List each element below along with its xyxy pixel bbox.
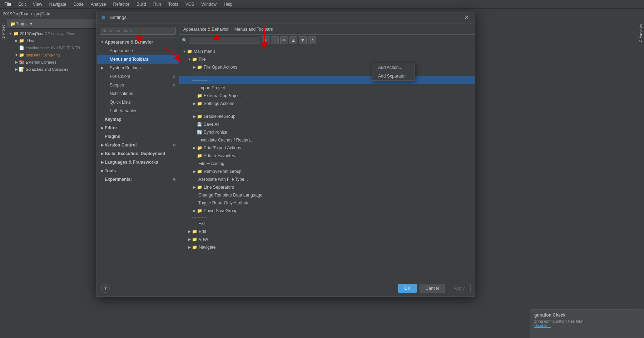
menu-navigate[interactable]: Navigate <box>48 1 68 8</box>
menu-code[interactable]: Code <box>72 1 85 8</box>
menu-vcs[interactable]: VCS <box>184 1 196 8</box>
tree-item-libraries[interactable]: ▶ 📚 External Libraries <box>7 59 107 66</box>
popup-add-separator[interactable]: Add Separator <box>372 72 415 80</box>
tree-item-catalina[interactable]: 📄 catalina.base_IS_UNDEFINED <box>7 44 107 51</box>
gear-icon: ⚙ <box>173 143 176 147</box>
edit-button[interactable]: ✏ <box>280 36 288 44</box>
ctree-add-to-favorites[interactable]: 📁 Add to Favorites <box>179 152 475 160</box>
ctree-import-project[interactable]: Import Project <box>179 84 475 92</box>
ctree-separator: ----------- <box>179 71 475 76</box>
tree-item-root[interactable]: ▼ 📁 2019GmjTour C:\Users\pym\Desk... <box>7 30 107 37</box>
project-panel-header[interactable]: 📁 Project ▾ <box>7 19 107 29</box>
ctree-synchronize[interactable]: 🔄 Synchronize <box>179 128 475 136</box>
stree-item-vcs[interactable]: ▶ Version Control ⚙ <box>97 141 179 149</box>
ctree-associate-file-type[interactable]: Associate with File Type... <box>179 175 475 183</box>
side-tab-favorites[interactable]: 2: Favorites <box>638 21 643 45</box>
menu-file[interactable]: File <box>3 1 13 8</box>
expand-icon: ▶ <box>187 230 192 233</box>
folder-icon: 📁 <box>10 21 15 26</box>
save-icon: 💾 <box>197 122 202 127</box>
cancel-button[interactable]: Cancel <box>420 284 445 293</box>
ctree-label: Navigate <box>199 245 216 250</box>
ctree-file-encoding[interactable]: File Encoding <box>179 160 475 168</box>
ctree-main-menu[interactable]: ▼ 📁 Main menu <box>179 48 475 55</box>
dialog-close-button[interactable]: ✕ <box>462 13 471 22</box>
stree-item-build[interactable]: ▶ Build, Execution, Deployment <box>97 149 179 158</box>
ctree-label: PowerSaveGroup <box>204 208 238 213</box>
ok-button[interactable]: OK <box>398 284 416 293</box>
ctree-exit[interactable]: Exit <box>179 220 475 228</box>
ctree-power-save[interactable]: ▶ 📁 PowerSaveGroup <box>179 207 475 215</box>
stree-item-plugins[interactable]: Plugins <box>97 132 179 141</box>
tree-arrow: ▶ <box>14 39 19 43</box>
ctree-label: Add to Favorites <box>204 153 235 158</box>
apply-button[interactable]: Apply <box>448 284 471 293</box>
stree-item-languages[interactable]: ▶ Languages & Frameworks <box>97 158 179 166</box>
tree-item-idea[interactable]: ▶ 📁 .idea <box>7 37 107 44</box>
side-tab-project[interactable]: 1: Project <box>1 21 6 41</box>
ctree-save-all[interactable]: 💾 Save All <box>179 120 475 128</box>
notification-disable-link[interactable]: Disable... <box>534 323 639 328</box>
stree-item-path-variables[interactable]: Path Variables <box>97 106 179 115</box>
menu-window[interactable]: Window <box>200 1 218 8</box>
ctree-navigate[interactable]: ▶ 📁 Navigate <box>179 243 475 251</box>
move-down-button[interactable]: ▼ <box>299 36 307 44</box>
stree-item-appearance[interactable]: Appearance <box>97 46 179 55</box>
ctree-separator-selected[interactable]: ----------- <box>179 76 475 84</box>
reset-button[interactable]: ↺ <box>308 36 316 44</box>
side-tabs-left: 1: Project <box>0 19 7 338</box>
ctree-change-template[interactable]: Change Template Data Language <box>179 191 475 199</box>
stree-item-appearance-behavior[interactable]: ▼ Appearance & Behavior <box>97 38 179 46</box>
menu-analyze[interactable]: Analyze <box>89 1 108 8</box>
add-button[interactable]: + <box>262 36 269 44</box>
stree-item-experimental[interactable]: Experimental ⚙ <box>97 175 179 184</box>
settings-search-input[interactable] <box>100 27 176 35</box>
stree-item-editor[interactable]: ▶ Editor <box>97 124 179 132</box>
stree-item-system-settings[interactable]: ▶ System Settings <box>97 64 179 72</box>
stree-item-file-colors[interactable]: File Colors ⚙ <box>97 72 179 81</box>
remove-button[interactable]: − <box>271 36 279 44</box>
expand-icon: ▶ <box>192 115 197 118</box>
ctree-settings-actions[interactable]: ▶ 📁 Settings Actions <box>179 100 475 108</box>
ctree-gradle-file-group[interactable]: ▶ 📁 GradleFileGroup <box>179 113 475 120</box>
tree-item-scratches[interactable]: ▶ 📝 Scratches and Consoles <box>7 66 107 73</box>
stree-item-notifications[interactable]: Notifications <box>97 89 179 98</box>
menu-view[interactable]: View <box>31 1 44 8</box>
stree-item-scopes[interactable]: Scopes ⚙ <box>97 81 179 89</box>
tree-item-gmjdata[interactable]: ▼ 📁 gmjData [tujing-nht] <box>7 51 107 59</box>
ctree-external-cpp[interactable]: 📁 ExternalCppProject <box>179 92 475 100</box>
ctree-label: Change Template Data Language <box>198 193 262 198</box>
move-up-button[interactable]: ▲ <box>289 36 297 44</box>
stree-label: System Settings <box>110 65 141 70</box>
expand-icon: ▶ <box>192 185 197 189</box>
ctree-edit[interactable]: ▶ 📁 Edit <box>179 228 475 235</box>
toolbar-file-label: gmjData <box>34 11 50 16</box>
popup-add-action[interactable]: Add Action... <box>372 63 415 72</box>
ctree-file[interactable]: ▼ 📁 File <box>179 55 475 63</box>
content-tree: ▼ 📁 Main menu ▼ 📁 File ▶ <box>179 46 475 280</box>
ide-background: File Edit View Navigate Code Analyze Ref… <box>0 0 644 338</box>
stree-item-menus-toolbars[interactable]: Menus and Toolbars <box>97 55 179 64</box>
menu-bar: File Edit View Navigate Code Analyze Ref… <box>0 0 644 9</box>
ctree-file-open-actions[interactable]: ▶ 📁 File Open Actions <box>179 63 475 71</box>
menu-help[interactable]: Help <box>222 1 234 8</box>
breadcrumb-part2: Menus and Toolbars <box>234 27 273 32</box>
content-search-input[interactable] <box>189 37 260 44</box>
ctree-view[interactable]: ▶ 📁 View <box>179 235 475 243</box>
menu-build[interactable]: Build <box>135 1 148 8</box>
library-icon: 📚 <box>19 60 24 65</box>
menu-tools[interactable]: Tools <box>167 1 180 8</box>
expand-icon: ▶ <box>192 102 197 105</box>
ctree-remove-bom[interactable]: ▶ 📁 RemoveBom.Group <box>179 168 475 175</box>
ctree-toggle-readonly[interactable]: Toggle Read-Only Attribute <box>179 199 475 207</box>
ctree-print-export[interactable]: ▶ 📁 Print/Export Actions <box>179 144 475 152</box>
help-button[interactable]: ? <box>101 284 110 293</box>
stree-item-quick-lists[interactable]: Quick Lists <box>97 98 179 106</box>
ctree-invalidate-caches[interactable]: Invalidate Caches / Restart... <box>179 136 475 144</box>
menu-refactor[interactable]: Refactor <box>112 1 131 8</box>
stree-item-tools[interactable]: ▶ Tools <box>97 166 179 175</box>
ctree-line-separators[interactable]: ▶ 📁 Line Separators <box>179 183 475 191</box>
stree-item-keymap[interactable]: Keymap <box>97 115 179 124</box>
menu-run[interactable]: Run <box>152 1 163 8</box>
menu-edit[interactable]: Edit <box>17 1 27 8</box>
